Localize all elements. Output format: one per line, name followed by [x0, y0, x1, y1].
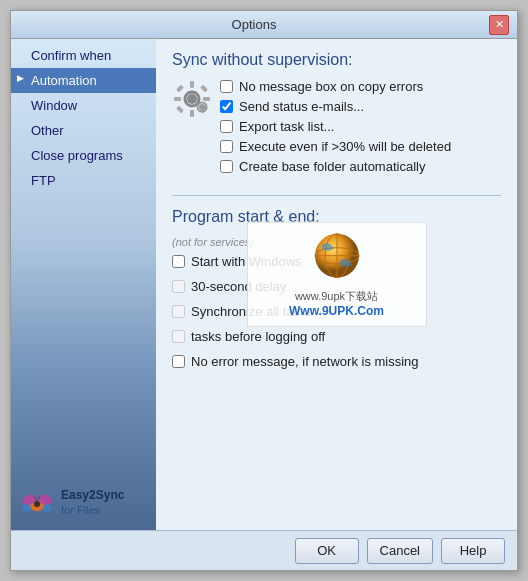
- sidebar-item-close-programs[interactable]: Close programs: [11, 143, 156, 168]
- logo-sub: for Files: [61, 504, 124, 516]
- label-export-task[interactable]: Export task list...: [239, 119, 334, 134]
- svg-rect-13: [176, 85, 184, 93]
- checkbox-execute-if[interactable]: [220, 140, 233, 153]
- gear-icon: [172, 79, 212, 119]
- checkbox-30-delay[interactable]: [172, 280, 185, 293]
- not-for-services: (not for services): [172, 236, 501, 248]
- checkbox-send-status[interactable]: [220, 100, 233, 113]
- svg-rect-10: [190, 110, 194, 117]
- program-section-title: Program start & end:: [172, 208, 501, 226]
- sidebar-item-other[interactable]: Other: [11, 118, 156, 143]
- sidebar-item-window[interactable]: Window: [11, 93, 156, 118]
- svg-point-18: [199, 104, 205, 110]
- label-create-folder[interactable]: Create base folder automatically: [239, 159, 425, 174]
- checkbox-sync-all[interactable]: [172, 305, 185, 318]
- title-bar: Options ✕: [11, 11, 517, 39]
- label-start-windows[interactable]: Start with Windows: [191, 254, 302, 269]
- option-row-execute-if: Execute even if >30% will be deleted: [220, 139, 501, 154]
- label-execute-if[interactable]: Execute even if >30% will be deleted: [239, 139, 451, 154]
- checkbox-tasks-logoff[interactable]: [172, 330, 185, 343]
- option-row-tasks-logoff: tasks before logging off: [172, 329, 501, 344]
- checkbox-create-folder[interactable]: [220, 160, 233, 173]
- cancel-button[interactable]: Cancel: [367, 538, 433, 564]
- option-row-create-folder: Create base folder automatically: [220, 159, 501, 174]
- logo-icon: [19, 484, 55, 520]
- ok-button[interactable]: OK: [295, 538, 359, 564]
- label-30-delay[interactable]: 30-second delay: [191, 279, 286, 294]
- label-send-status[interactable]: Send status e-mails...: [239, 99, 364, 114]
- checkbox-export-task[interactable]: [220, 120, 233, 133]
- sync-section-title: Sync without supervision:: [172, 51, 501, 69]
- program-options: Start with Windows 30-second delay Synch…: [172, 254, 501, 374]
- footer: OK Cancel Help: [11, 530, 517, 570]
- close-button[interactable]: ✕: [489, 15, 509, 35]
- svg-rect-9: [190, 81, 194, 88]
- sync-section: No message box on copy errors Send statu…: [172, 79, 501, 179]
- options-window: Options ✕ Confirm when Automation Window…: [10, 10, 518, 571]
- option-row-no-error: No error message, if network is missing: [172, 354, 501, 369]
- option-row-start-windows: Start with Windows: [172, 254, 501, 269]
- label-tasks-logoff[interactable]: tasks before logging off: [191, 329, 325, 344]
- option-row-no-message: No message box on copy errors: [220, 79, 501, 94]
- window-title: Options: [19, 17, 489, 32]
- svg-point-5: [34, 501, 40, 507]
- svg-rect-14: [200, 85, 208, 93]
- option-row-send-status: Send status e-mails...: [220, 99, 501, 114]
- option-row-sync-all: Synchronize all tasks: [172, 304, 501, 319]
- checkbox-no-message[interactable]: [220, 80, 233, 93]
- label-sync-all[interactable]: Synchronize all tasks: [191, 304, 313, 319]
- svg-rect-12: [203, 97, 210, 101]
- sidebar-item-ftp[interactable]: FTP: [11, 168, 156, 193]
- svg-rect-15: [176, 106, 184, 114]
- svg-rect-11: [174, 97, 181, 101]
- logo-name: Easy2Sync: [61, 488, 124, 504]
- sidebar-item-confirm-when[interactable]: Confirm when: [11, 43, 156, 68]
- sidebar: Confirm when Automation Window Other Clo…: [11, 39, 156, 530]
- checkbox-no-error[interactable]: [172, 355, 185, 368]
- sidebar-item-automation[interactable]: Automation: [11, 68, 156, 93]
- svg-point-8: [187, 94, 197, 104]
- help-button[interactable]: Help: [441, 538, 505, 564]
- content-area: Confirm when Automation Window Other Clo…: [11, 39, 517, 530]
- sync-checkboxes: No message box on copy errors Send statu…: [220, 79, 501, 179]
- option-row-30-delay: 30-second delay: [172, 279, 501, 294]
- label-no-message[interactable]: No message box on copy errors: [239, 79, 423, 94]
- sidebar-logo: Easy2Sync for Files: [11, 474, 156, 530]
- section-divider: [172, 195, 501, 196]
- label-no-error[interactable]: No error message, if network is missing: [191, 354, 419, 369]
- option-row-export-task: Export task list...: [220, 119, 501, 134]
- main-panel: Sync without supervision:: [156, 39, 517, 530]
- checkbox-start-windows[interactable]: [172, 255, 185, 268]
